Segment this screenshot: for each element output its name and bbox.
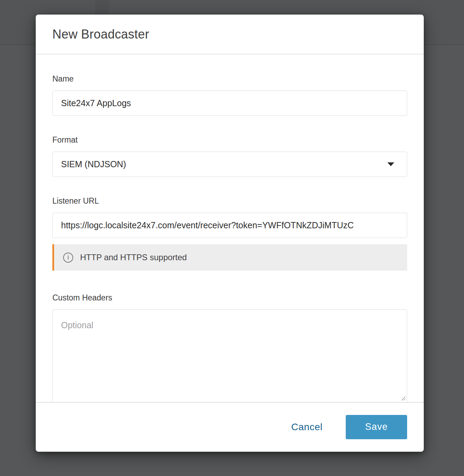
dialog-body[interactable]: Name Format SIEM (NDJSON) Listener URL i… [36, 54, 424, 402]
custom-headers-label: Custom Headers [52, 293, 407, 303]
chevron-down-icon [387, 162, 394, 166]
name-input[interactable] [52, 91, 407, 116]
name-label: Name [52, 74, 407, 84]
format-select[interactable]: SIEM (NDJSON) [52, 152, 407, 177]
info-banner: i HTTP and HTTPS supported [52, 244, 407, 271]
listener-url-label: Listener URL [52, 196, 407, 206]
dialog-header: New Broadcaster [36, 15, 424, 54]
dialog-title: New Broadcaster [52, 27, 149, 42]
page-backdrop: New Broadcaster Name Format SIEM (NDJSON… [0, 0, 464, 476]
info-banner-text: HTTP and HTTPS supported [80, 253, 187, 262]
listener-url-input[interactable] [52, 213, 407, 238]
resize-handle-icon[interactable] [400, 395, 406, 401]
new-broadcaster-dialog: New Broadcaster Name Format SIEM (NDJSON… [36, 15, 424, 452]
save-button[interactable]: Save [346, 415, 407, 439]
format-label: Format [52, 135, 407, 145]
custom-headers-textarea[interactable] [52, 309, 407, 402]
cancel-button[interactable]: Cancel [291, 422, 323, 433]
dialog-footer: Cancel Save [36, 402, 424, 451]
info-icon: i [63, 253, 73, 263]
format-select-value: SIEM (NDJSON) [61, 159, 126, 169]
